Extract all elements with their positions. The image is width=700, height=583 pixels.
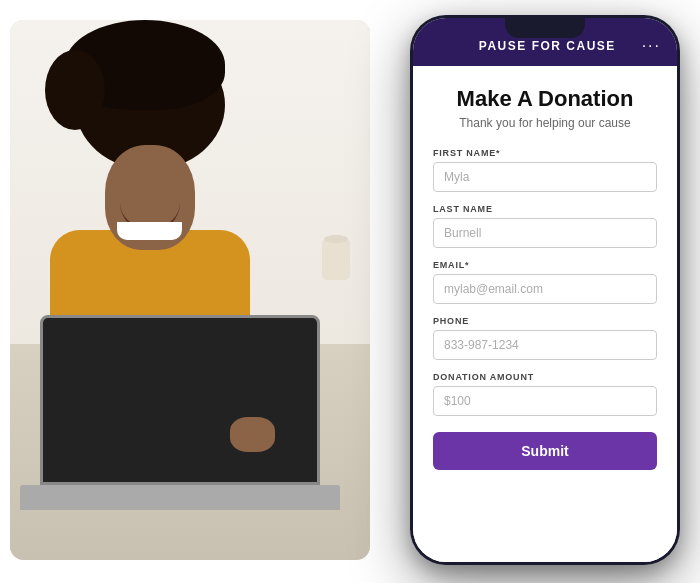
phone-notch	[505, 18, 585, 38]
firstname-input[interactable]	[433, 162, 657, 192]
laptop-screen	[40, 315, 320, 485]
amount-label: DONATION AMOUNT	[433, 372, 657, 382]
header-menu-dots[interactable]: ···	[642, 37, 661, 55]
lastname-label: LAST NAME	[433, 204, 657, 214]
photo-container	[10, 20, 370, 560]
amount-input[interactable]	[433, 386, 657, 416]
phone-screen: PAUSE FOR CAUSE ··· Make A Donation Than…	[413, 18, 677, 562]
phone-label: PHONE	[433, 316, 657, 326]
phone-container: PAUSE FOR CAUSE ··· Make A Donation Than…	[410, 15, 680, 565]
email-input[interactable]	[433, 274, 657, 304]
person-smile	[117, 222, 182, 240]
main-scene: PAUSE FOR CAUSE ··· Make A Donation Than…	[0, 0, 700, 583]
submit-button[interactable]: Submit	[433, 432, 657, 470]
person-hand	[230, 417, 275, 452]
field-group-phone: PHONE	[433, 316, 657, 360]
cup	[322, 240, 350, 280]
photo-scene	[10, 20, 370, 560]
lastname-input[interactable]	[433, 218, 657, 248]
phone-input[interactable]	[433, 330, 657, 360]
field-group-email: EMAIL*	[433, 260, 657, 304]
phone-device: PAUSE FOR CAUSE ··· Make A Donation Than…	[410, 15, 680, 565]
field-group-lastname: LAST NAME	[433, 204, 657, 248]
form-subtitle: Thank you for helping our cause	[433, 116, 657, 130]
app-title: PAUSE FOR CAUSE	[453, 39, 642, 53]
field-group-amount: DONATION AMOUNT	[433, 372, 657, 416]
firstname-label: FIRST NAME*	[433, 148, 657, 158]
form-scroll-area: Make A Donation Thank you for helping ou…	[413, 66, 677, 562]
laptop-base	[20, 485, 340, 510]
form-title: Make A Donation	[433, 86, 657, 112]
email-label: EMAIL*	[433, 260, 657, 270]
field-group-firstname: FIRST NAME*	[433, 148, 657, 192]
